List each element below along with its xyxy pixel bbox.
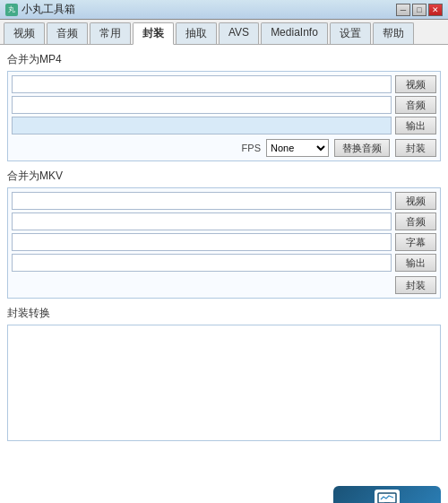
mkv-video-button[interactable]: 视频 <box>395 192 436 210</box>
watermark-icon <box>375 490 400 503</box>
mkv-output-row: 输出 <box>12 254 436 272</box>
mkv-audio-input[interactable] <box>12 212 392 230</box>
fps-select[interactable]: None 23.976 24 25 29.97 30 <box>266 139 329 157</box>
mp4-output-row: 输出 <box>12 117 436 134</box>
mp4-section-title: 合并为MP4 <box>7 52 441 67</box>
main-content: 合并为MP4 视频 音频 输出 FPS None 23.976 24 25 <box>0 45 448 503</box>
tab-extract[interactable]: 抽取 <box>176 22 217 44</box>
convert-section: 封装转换 <box>7 306 441 444</box>
tab-avs[interactable]: AVS <box>219 22 259 44</box>
mkv-output-button[interactable]: 输出 <box>395 254 436 272</box>
app-icon: 丸 <box>5 4 18 16</box>
mp4-video-input[interactable] <box>12 75 392 93</box>
mp4-output-button[interactable]: 输出 <box>395 117 436 134</box>
mkv-subtitle-button[interactable]: 字幕 <box>395 233 436 251</box>
monitor-icon <box>377 492 397 503</box>
fps-label: FPS <box>242 143 261 153</box>
mkv-output-input[interactable] <box>12 254 392 272</box>
replace-audio-button[interactable]: 替换音频 <box>334 139 390 157</box>
mkv-section-title: 合并为MKV <box>7 169 441 184</box>
mp4-audio-button[interactable]: 音频 <box>395 96 436 114</box>
tab-video[interactable]: 视频 <box>4 22 45 44</box>
tab-settings[interactable]: 设置 <box>330 22 371 44</box>
mp4-audio-input[interactable] <box>12 96 392 114</box>
mp4-section: 合并为MP4 视频 音频 输出 FPS None 23.976 24 25 <box>7 52 441 161</box>
mp4-fps-row: FPS None 23.976 24 25 29.97 30 替换音频 封装 <box>12 139 436 157</box>
tab-mediainfo[interactable]: MediaInfo <box>261 22 328 44</box>
mkv-video-input[interactable] <box>12 192 392 210</box>
tab-bar: 视频 音频 常用 封装 抽取 AVS MediaInfo 设置 帮助 <box>0 20 448 45</box>
tab-audio[interactable]: 音频 <box>47 22 88 44</box>
tab-pack[interactable]: 封装 <box>133 22 174 45</box>
convert-section-title: 封装转换 <box>7 306 441 321</box>
close-button[interactable]: ✕ <box>428 4 443 16</box>
title-bar: 丸 小丸工具箱 ─ □ ✕ <box>0 0 448 20</box>
tab-help[interactable]: 帮助 <box>373 22 414 44</box>
maximize-button[interactable]: □ <box>412 4 426 16</box>
mp4-audio-row: 音频 <box>12 96 436 114</box>
mkv-pack-button[interactable]: 封装 <box>395 276 436 294</box>
mp4-pack-button[interactable]: 封装 <box>395 139 436 157</box>
convert-textarea[interactable] <box>7 325 441 441</box>
mkv-audio-row: 音频 <box>12 212 436 230</box>
mkv-audio-button[interactable]: 音频 <box>395 212 436 230</box>
mkv-subtitle-input[interactable] <box>12 233 392 251</box>
app-title: 小丸工具箱 <box>22 2 75 17</box>
mkv-section: 合并为MKV 视频 音频 字幕 输出 封装 <box>7 169 441 299</box>
title-bar-left: 丸 小丸工具箱 <box>5 2 75 17</box>
mkv-subtitle-row: 字幕 <box>12 233 436 251</box>
mp4-input-group: 视频 音频 输出 FPS None 23.976 24 25 29.97 30 <box>7 71 441 161</box>
tab-common[interactable]: 常用 <box>90 22 131 44</box>
mp4-output-input[interactable] <box>12 117 392 134</box>
mp4-video-button[interactable]: 视频 <box>395 75 436 93</box>
mp4-video-row: 视频 <box>12 75 436 93</box>
mkv-input-group: 视频 音频 字幕 输出 封装 <box>7 187 441 299</box>
watermark: 电脑百科知识 www.pc-daily.com <box>333 486 441 503</box>
mkv-video-row: 视频 <box>12 192 436 210</box>
minimize-button[interactable]: ─ <box>396 4 410 16</box>
window-controls: ─ □ ✕ <box>396 4 443 16</box>
